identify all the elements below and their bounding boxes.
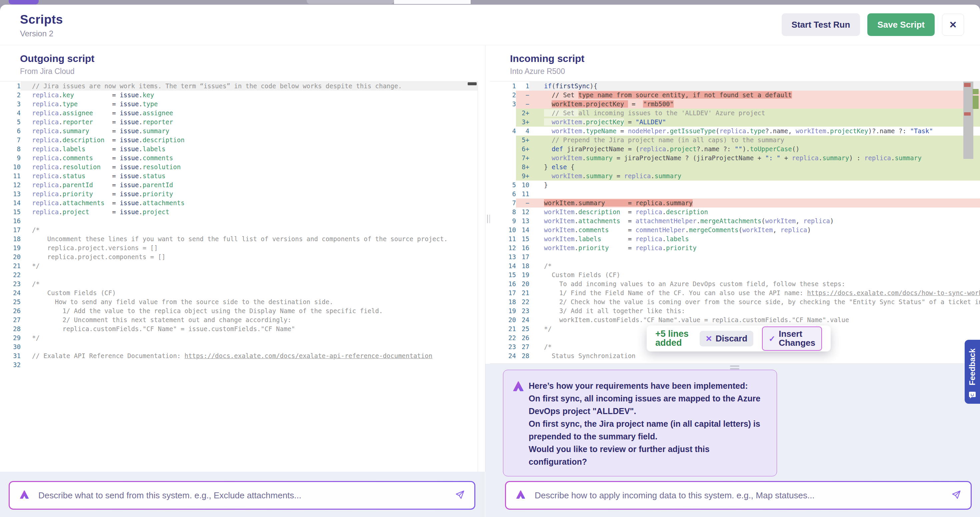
- added-code-line: 8+} else {: [490, 163, 980, 171]
- code-line: 26 1/ Add the value to the replica objec…: [0, 306, 478, 316]
- line-number: 22: [0, 271, 21, 279]
- code-text: workItem.customFields."CF Name".value = …: [529, 316, 980, 325]
- old-line-number: 10: [490, 225, 516, 235]
- code-token: .: [662, 208, 666, 216]
- code-text: replica.reporter = issue.reporter: [21, 117, 478, 127]
- code-token: */: [32, 334, 40, 341]
- new-line-number: 2+: [516, 109, 529, 117]
- code-token: =: [612, 172, 624, 179]
- old-line-number: 16: [490, 279, 516, 289]
- new-line-number: 28: [516, 351, 529, 360]
- outgoing-title: Outgoing script: [20, 53, 94, 64]
- code-token: replica: [624, 172, 651, 179]
- code-token: summary: [895, 154, 922, 162]
- code-text: replica.project.components = []: [21, 252, 478, 262]
- code-line: 18 Uncomment these lines if you want to …: [0, 235, 478, 244]
- assistant-message: Here’s how your requirements have been i…: [503, 370, 777, 476]
- code-line: 30: [0, 343, 478, 351]
- code-token: .: [575, 226, 578, 233]
- outgoing-pane-header: Outgoing script From Jira Cloud: [20, 53, 94, 76]
- code-token: replica: [636, 235, 662, 243]
- old-line-number: 20: [490, 316, 516, 325]
- code-token: type name from source entity, if not fou…: [578, 91, 792, 98]
- code-line: 1216workItem.priority = replica.priority: [490, 244, 980, 252]
- outgoing-code-editor[interactable]: 1// Jira issues are now work items. The …: [0, 81, 478, 472]
- code-token: replica: [864, 154, 891, 162]
- insert-changes-button[interactable]: ✓ Insert Changes: [762, 327, 822, 351]
- close-button[interactable]: ✕: [942, 14, 964, 36]
- code-text: replica.resolution = issue.resolution: [21, 163, 478, 171]
- new-line-number: 23: [516, 306, 529, 316]
- code-token: // Exalate API Reference Documentation:: [32, 352, 185, 360]
- line-number: 6: [0, 127, 21, 136]
- code-token: issue: [120, 208, 138, 216]
- send-icon[interactable]: [455, 490, 465, 501]
- start-test-run-button[interactable]: Start Test Run: [782, 13, 860, 36]
- assistant-text-line: On first sync, the Jira project name (in…: [529, 417, 767, 443]
- code-token: comments: [578, 226, 609, 233]
- code-token: issue: [120, 136, 138, 144]
- code-token: .: [138, 154, 142, 162]
- new-line-number: 27: [516, 343, 529, 351]
- code-link[interactable]: https://docs.exalate.com/docs/exalate-ap…: [185, 352, 433, 360]
- code-token: [544, 172, 552, 179]
- code-text: } else {: [529, 163, 980, 171]
- code-line: 1014workItem.comments = commentHelper.me…: [490, 225, 980, 235]
- send-icon[interactable]: [951, 490, 961, 501]
- line-number: 16: [0, 217, 21, 225]
- added-code-line: 2+ // Set all incoming issues to the 'AL…: [490, 109, 980, 117]
- code-token: workItem.projectKey: [552, 100, 628, 108]
- code-text: 2/ Uncomment this next statement out and…: [21, 316, 478, 325]
- code-text: // Jira issues are now work items. The t…: [21, 82, 478, 90]
- code-line: 29*/: [0, 333, 478, 343]
- code-line: 1519 Custom Fields (CF): [490, 271, 980, 279]
- old-line-number: 2: [490, 90, 516, 100]
- outgoing-prompt-input[interactable]: Describe what to send from this system. …: [9, 481, 475, 510]
- outgoing-scrollbar-thumb[interactable]: [468, 82, 477, 85]
- code-token: =: [74, 91, 120, 98]
- code-text: def jiraProjectName = (replica.project?.…: [529, 144, 980, 154]
- save-script-button[interactable]: Save Script: [867, 13, 935, 36]
- code-token: replica.project.versions = []: [32, 244, 158, 252]
- code-token: description: [666, 208, 708, 216]
- code-token: project: [63, 208, 89, 216]
- code-token: = jiraProjectName ? (jiraProjectName +: [612, 154, 765, 162]
- line-number: 17: [0, 225, 21, 235]
- discard-button[interactable]: ✕ Discard: [700, 331, 754, 346]
- code-token: resolution: [143, 163, 181, 171]
- incoming-scrollbar-thumb[interactable]: [963, 82, 973, 159]
- background-pill: [307, 0, 394, 4]
- new-line-number: −: [516, 90, 529, 100]
- code-line: 6replica.summary = issue.summary: [0, 127, 478, 136]
- new-line-number: 4: [516, 127, 529, 136]
- code-text: replica.priority = issue.priority: [21, 190, 478, 198]
- background-card: [394, 0, 471, 4]
- code-line: 4replica.assignee = issue.assignee: [0, 109, 478, 117]
- added-code-line: 6+ def jiraProjectName = (replica.projec…: [490, 144, 980, 154]
- old-line-number: 21: [490, 325, 516, 333]
- old-line-number: 1: [490, 82, 516, 90]
- code-line: 23/*: [0, 279, 478, 289]
- code-token: issue: [120, 154, 138, 162]
- line-number: 5: [0, 117, 21, 127]
- line-number: 9: [0, 154, 21, 163]
- code-line: 13replica.priority = issue.priority: [0, 190, 478, 198]
- code-token: .: [697, 217, 700, 225]
- line-number: 13: [0, 190, 21, 198]
- code-text: replica.project.versions = []: [21, 244, 478, 252]
- code-token: .: [582, 118, 585, 125]
- added-code-line: 7+ workItem.summary = jiraProjectName ? …: [490, 154, 980, 163]
- code-token: .: [575, 235, 578, 243]
- feedback-tab[interactable]: Feedback: [965, 340, 980, 404]
- code-token: workItem: [552, 154, 582, 162]
- incoming-prompt-input[interactable]: Describe how to apply incoming data to t…: [505, 481, 972, 510]
- code-token: (: [552, 82, 555, 90]
- incoming-code-editor[interactable]: 11if(firstSync){2− // Set type name from…: [490, 81, 980, 364]
- diff-overview-ruler[interactable]: [963, 82, 980, 363]
- new-line-number: 6+: [516, 144, 529, 154]
- code-token: attachments: [578, 217, 620, 225]
- old-line-number: 13: [490, 252, 516, 262]
- added-code-line: 9+ workItem.summary = replica.summary: [490, 171, 980, 181]
- code-token: nodeHelper: [628, 127, 666, 135]
- code-link[interactable]: https://docs.exalate.com/docs/how-to-syn…: [807, 289, 980, 297]
